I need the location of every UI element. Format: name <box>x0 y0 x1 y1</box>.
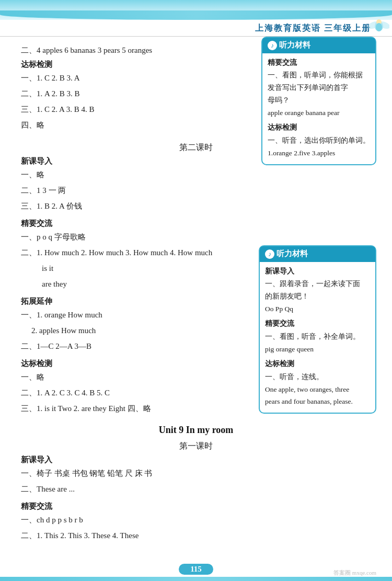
fairy-icon <box>368 16 389 37</box>
box2-sub1-l1: 一、跟着录音，一起来读下面 <box>265 278 370 290</box>
main-content: ♪ 听力材料 精要交流 一、看图，听单词，你能根据 发音写出下列单词的首字 母吗… <box>0 37 392 550</box>
box1-title: ♪ 听力材料 <box>262 38 375 53</box>
listening-box-2: ♪ 听力材料 新课导入 一、跟着录音，一起来读下面 的新朋友吧！ Oo Pp Q… <box>259 245 376 414</box>
unit9-jing-l1: 一、ch d p p s b r b <box>21 513 371 527</box>
header-title: 上海教育版英语 三年级上册 <box>255 23 371 34</box>
box2-sub3-l1: 一、听音，连线。 <box>265 371 370 383</box>
tuo-title: 拓展延伸 <box>21 297 246 306</box>
page-number: 115 <box>179 564 213 575</box>
box1-sub1-l4: apple orange banana pear <box>268 107 370 119</box>
jing2-title: 精要交流 <box>21 219 246 229</box>
unit9-intro-title: 新课导入 <box>21 455 371 465</box>
box2-sub1-l2: 的新朋友吧！ <box>265 291 370 303</box>
box1-sub1-title: 精要交流 <box>268 56 370 69</box>
bottom-bar: 115 答案圈 mxqe.com <box>0 560 392 581</box>
s1-l2: 二、1. A 2. B 3. B <box>21 87 248 101</box>
intro2-l3: 三、1. B 2. A 价钱 <box>21 199 246 213</box>
top-decoration <box>0 0 392 20</box>
tuo-l1: 一、1. orange How much <box>21 308 246 322</box>
box1-sub1-l3: 母吗？ <box>268 95 370 107</box>
bottom-logo: 答案圈 mxqe.com <box>333 569 376 577</box>
unit9-lesson1: 第一课时 <box>21 441 371 452</box>
da2-l1: 一、略 <box>21 370 246 384</box>
unit9-jing-title: 精要交流 <box>21 502 371 511</box>
header-bar: 上海教育版英语 三年级上册 <box>0 20 392 37</box>
box1-sub1-l1: 一、看图，听单词，你能根据 <box>268 70 370 82</box>
jing2-l3: is it <box>21 261 246 276</box>
unit9-jing-l2: 二、1. This 2. This 3. These 4. These <box>21 529 371 543</box>
jing2-l1: 一、p o q 字母歌略 <box>21 230 246 244</box>
box2-title-bar: ♪ 听力材料 <box>260 246 375 262</box>
da2-l2: 二、1. A 2. C 3. C 4. B 5. C <box>21 386 246 400</box>
top-left-content: 二、4 apples 6 bananas 3 pears 5 oranges 达… <box>21 43 248 132</box>
box1-sub1-l2: 发音写出下列单词的首字 <box>268 82 370 94</box>
fruits-line: 二、4 apples 6 bananas 3 pears 5 oranges <box>21 43 248 58</box>
box2-sub2-title: 精要交流 <box>265 317 370 330</box>
unit9-intro-l2: 二、These are ... <box>21 482 371 496</box>
unit9-heading: Unit 9 In my room <box>21 425 371 436</box>
intro2-l1: 一、略 <box>21 168 246 182</box>
intro2-l2: 二、1 3 一 两 <box>21 184 246 198</box>
tuo-l2: 2. apples How much <box>21 324 246 338</box>
tuo-l3: 二、1—C 2—A 3—B <box>21 339 246 354</box>
svg-point-4 <box>376 23 382 31</box>
box2-sub3-l2: One apple, two oranges, three <box>265 384 370 396</box>
box2-sub1-title: 新课导入 <box>265 265 370 278</box>
box2-sub1-l3: Oo Pp Qq <box>265 303 370 315</box>
bottom-stripe <box>0 577 392 581</box>
section1-title: 达标检测 <box>21 60 248 70</box>
s1-l1: 一、1. C 2. B 3. A <box>21 71 248 85</box>
unit9-intro-l1: 一、椅子 书桌 书包 钢笔 铅笔 尺 床 书 <box>21 466 371 481</box>
ear-icon-2: ♪ <box>265 249 274 259</box>
intro2-title: 新课导入 <box>21 156 246 166</box>
ear-icon-1: ♪ <box>268 41 277 50</box>
listening-box-1: ♪ 听力材料 精要交流 一、看图，听单词，你能根据 发音写出下列单词的首字 母吗… <box>261 37 376 165</box>
s1-l3: 三、1. C 2. A 3. B 4. B <box>21 102 248 117</box>
box2-sub3-l3: pears and four bananas, please. <box>265 396 370 408</box>
box2-sub3-title: 达标检测 <box>265 358 370 370</box>
box2-sub2-l1: 一、看图，听音，补全单词。 <box>265 331 370 343</box>
box1-sub2-l1: 一、听音，选出你听到的单词。 <box>268 135 370 147</box>
s1-l4: 四、略 <box>21 118 248 132</box>
box2-sub2-l2: pig orange queen <box>265 344 370 356</box>
jing2-l4: are they <box>21 277 246 291</box>
jing2-l2: 二、1. How much 2. How much 3. How much 4.… <box>21 246 246 260</box>
da2-title: 达标检测 <box>21 359 246 369</box>
da2-l3: 三、1. is it Two 2. are they Eight 四、略 <box>21 402 246 416</box>
box1-sub2-title: 达标检测 <box>268 121 370 134</box>
